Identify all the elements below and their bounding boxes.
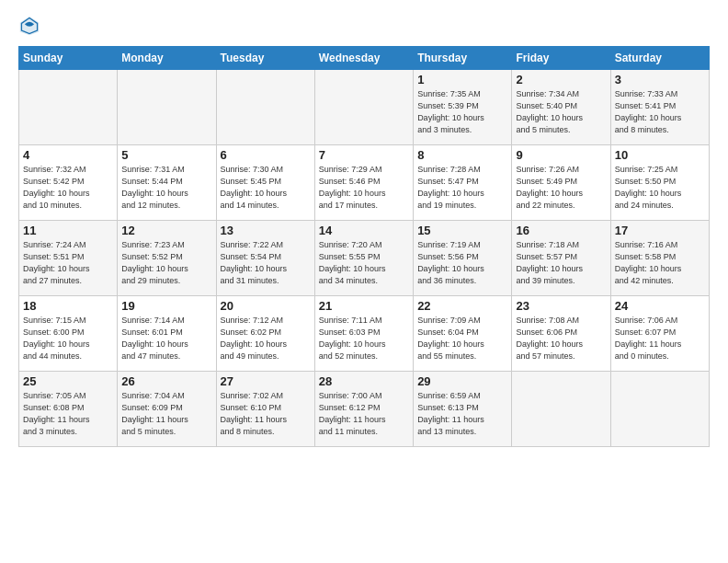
calendar-day-cell: 28Sunrise: 7:00 AM Sunset: 6:12 PM Dayli… (314, 372, 413, 447)
day-number: 20 (221, 299, 311, 313)
day-info: Sunrise: 7:06 AM Sunset: 6:07 PM Dayligh… (615, 315, 705, 362)
day-number: 24 (615, 299, 705, 313)
calendar-day-cell (512, 372, 610, 447)
calendar-day-cell: 17Sunrise: 7:16 AM Sunset: 5:58 PM Dayli… (610, 221, 709, 296)
day-number: 15 (417, 224, 507, 237)
calendar-day-cell: 11Sunrise: 7:24 AM Sunset: 5:51 PM Dayli… (19, 221, 118, 296)
day-info: Sunrise: 7:02 AM Sunset: 6:10 PM Dayligh… (221, 390, 311, 438)
day-number: 21 (319, 299, 409, 313)
calendar-day-cell: 23Sunrise: 7:08 AM Sunset: 6:06 PM Dayli… (512, 296, 610, 372)
day-info: Sunrise: 7:12 AM Sunset: 6:02 PM Dayligh… (221, 315, 311, 362)
weekday-header: Friday (512, 47, 610, 70)
calendar-day-cell: 1Sunrise: 7:35 AM Sunset: 5:39 PM Daylig… (414, 70, 512, 145)
day-info: Sunrise: 7:23 AM Sunset: 5:52 PM Dayligh… (121, 239, 211, 287)
day-number: 11 (23, 224, 113, 237)
calendar-day-cell: 9Sunrise: 7:26 AM Sunset: 5:49 PM Daylig… (512, 145, 610, 221)
calendar-day-cell: 25Sunrise: 7:05 AM Sunset: 6:08 PM Dayli… (19, 372, 118, 447)
day-number: 22 (417, 299, 507, 313)
calendar-day-cell: 14Sunrise: 7:20 AM Sunset: 5:55 PM Dayli… (314, 221, 413, 296)
day-info: Sunrise: 7:16 AM Sunset: 5:58 PM Dayligh… (615, 239, 705, 287)
calendar-day-cell: 10Sunrise: 7:25 AM Sunset: 5:50 PM Dayli… (610, 145, 709, 221)
day-info: Sunrise: 7:19 AM Sunset: 5:56 PM Dayligh… (417, 239, 507, 287)
logo (18, 15, 44, 37)
day-info: Sunrise: 7:09 AM Sunset: 6:04 PM Dayligh… (417, 315, 507, 362)
calendar-day-cell: 19Sunrise: 7:14 AM Sunset: 6:01 PM Dayli… (118, 296, 216, 372)
page: SundayMondayTuesdayWednesdayThursdayFrid… (0, 0, 728, 563)
day-info: Sunrise: 7:00 AM Sunset: 6:12 PM Dayligh… (319, 390, 409, 438)
day-number: 7 (319, 148, 409, 162)
day-info: Sunrise: 7:34 AM Sunset: 5:40 PM Dayligh… (516, 88, 606, 136)
calendar-week-row: 25Sunrise: 7:05 AM Sunset: 6:08 PM Dayli… (19, 372, 710, 447)
day-info: Sunrise: 7:22 AM Sunset: 5:54 PM Dayligh… (221, 239, 311, 287)
day-info: Sunrise: 7:14 AM Sunset: 6:01 PM Dayligh… (121, 315, 211, 362)
day-number: 19 (121, 299, 211, 313)
calendar-day-cell (118, 70, 216, 145)
calendar-day-cell: 8Sunrise: 7:28 AM Sunset: 5:47 PM Daylig… (414, 145, 512, 221)
day-info: Sunrise: 7:15 AM Sunset: 6:00 PM Dayligh… (23, 315, 113, 362)
calendar-day-cell (610, 372, 709, 447)
day-number: 8 (417, 148, 507, 162)
calendar-day-cell: 15Sunrise: 7:19 AM Sunset: 5:56 PM Dayli… (414, 221, 512, 296)
day-number: 17 (615, 224, 705, 237)
calendar-day-cell: 21Sunrise: 7:11 AM Sunset: 6:03 PM Dayli… (314, 296, 413, 372)
day-number: 3 (615, 73, 705, 86)
calendar-day-cell: 29Sunrise: 6:59 AM Sunset: 6:13 PM Dayli… (414, 372, 512, 447)
calendar-week-row: 4Sunrise: 7:32 AM Sunset: 5:42 PM Daylig… (19, 145, 710, 221)
day-info: Sunrise: 7:24 AM Sunset: 5:51 PM Dayligh… (23, 239, 113, 287)
weekday-header: Thursday (414, 47, 512, 70)
calendar-day-cell: 13Sunrise: 7:22 AM Sunset: 5:54 PM Dayli… (216, 221, 314, 296)
day-number: 4 (23, 148, 113, 162)
day-number: 27 (221, 374, 311, 388)
day-info: Sunrise: 7:28 AM Sunset: 5:47 PM Dayligh… (417, 164, 507, 212)
calendar-day-cell: 7Sunrise: 7:29 AM Sunset: 5:46 PM Daylig… (314, 145, 413, 221)
day-number: 29 (417, 374, 507, 388)
day-number: 18 (23, 299, 113, 313)
day-info: Sunrise: 7:30 AM Sunset: 5:45 PM Dayligh… (221, 164, 311, 212)
weekday-header-row: SundayMondayTuesdayWednesdayThursdayFrid… (19, 47, 710, 70)
day-number: 10 (615, 148, 705, 162)
calendar-day-cell: 12Sunrise: 7:23 AM Sunset: 5:52 PM Dayli… (118, 221, 216, 296)
calendar-day-cell: 16Sunrise: 7:18 AM Sunset: 5:57 PM Dayli… (512, 221, 610, 296)
day-number: 9 (516, 148, 606, 162)
calendar-day-cell: 3Sunrise: 7:33 AM Sunset: 5:41 PM Daylig… (610, 70, 709, 145)
weekday-header: Monday (118, 47, 216, 70)
day-info: Sunrise: 7:08 AM Sunset: 6:06 PM Dayligh… (516, 315, 606, 362)
calendar-day-cell: 2Sunrise: 7:34 AM Sunset: 5:40 PM Daylig… (512, 70, 610, 145)
header (18, 15, 710, 37)
calendar-day-cell: 24Sunrise: 7:06 AM Sunset: 6:07 PM Dayli… (610, 296, 709, 372)
day-number: 25 (23, 374, 113, 388)
weekday-header: Sunday (19, 47, 118, 70)
day-number: 1 (417, 73, 507, 86)
weekday-header: Saturday (610, 47, 709, 70)
weekday-header: Tuesday (216, 47, 314, 70)
day-info: Sunrise: 7:29 AM Sunset: 5:46 PM Dayligh… (319, 164, 409, 212)
calendar-day-cell: 4Sunrise: 7:32 AM Sunset: 5:42 PM Daylig… (19, 145, 118, 221)
day-info: Sunrise: 7:11 AM Sunset: 6:03 PM Dayligh… (319, 315, 409, 362)
calendar-day-cell (314, 70, 413, 145)
calendar-week-row: 1Sunrise: 7:35 AM Sunset: 5:39 PM Daylig… (19, 70, 710, 145)
calendar-day-cell: 27Sunrise: 7:02 AM Sunset: 6:10 PM Dayli… (216, 372, 314, 447)
day-number: 2 (516, 73, 606, 86)
calendar-day-cell: 6Sunrise: 7:30 AM Sunset: 5:45 PM Daylig… (216, 145, 314, 221)
day-info: Sunrise: 7:25 AM Sunset: 5:50 PM Dayligh… (615, 164, 705, 212)
day-info: Sunrise: 7:04 AM Sunset: 6:09 PM Dayligh… (121, 390, 211, 438)
calendar-week-row: 11Sunrise: 7:24 AM Sunset: 5:51 PM Dayli… (19, 221, 710, 296)
day-number: 26 (121, 374, 211, 388)
calendar-day-cell: 22Sunrise: 7:09 AM Sunset: 6:04 PM Dayli… (414, 296, 512, 372)
day-number: 14 (319, 224, 409, 237)
day-number: 13 (221, 224, 311, 237)
day-info: Sunrise: 7:32 AM Sunset: 5:42 PM Dayligh… (23, 164, 113, 212)
calendar-day-cell: 26Sunrise: 7:04 AM Sunset: 6:09 PM Dayli… (118, 372, 216, 447)
day-info: Sunrise: 6:59 AM Sunset: 6:13 PM Dayligh… (417, 390, 507, 438)
day-number: 6 (221, 148, 311, 162)
day-info: Sunrise: 7:31 AM Sunset: 5:44 PM Dayligh… (121, 164, 211, 212)
day-info: Sunrise: 7:33 AM Sunset: 5:41 PM Dayligh… (615, 88, 705, 136)
day-number: 5 (121, 148, 211, 162)
day-number: 23 (516, 299, 606, 313)
calendar-day-cell: 20Sunrise: 7:12 AM Sunset: 6:02 PM Dayli… (216, 296, 314, 372)
day-number: 12 (121, 224, 211, 237)
calendar-day-cell: 5Sunrise: 7:31 AM Sunset: 5:44 PM Daylig… (118, 145, 216, 221)
weekday-header: Wednesday (314, 47, 413, 70)
calendar-day-cell: 18Sunrise: 7:15 AM Sunset: 6:00 PM Dayli… (19, 296, 118, 372)
day-number: 16 (516, 224, 606, 237)
